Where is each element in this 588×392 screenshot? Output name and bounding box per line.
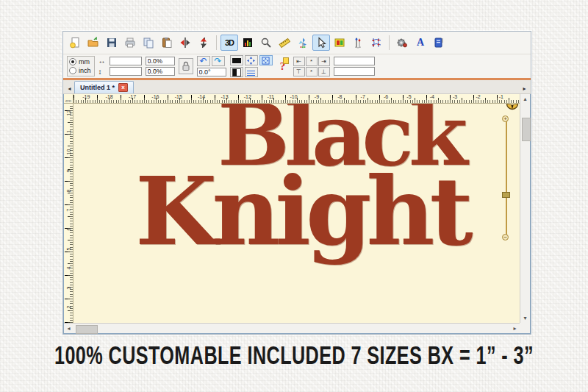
ruler-top-number: -10 — [290, 94, 298, 99]
position-inputs — [334, 57, 375, 76]
color-histogram-icon — [242, 37, 254, 49]
flip-vertical-button[interactable] — [195, 35, 212, 51]
scroll-right-arrow-icon[interactable]: ▸ — [510, 324, 520, 333]
width-percent-input[interactable] — [146, 57, 175, 65]
align-top-button[interactable]: ⊤ — [293, 67, 305, 76]
horizontal-scrollbar[interactable]: ◂ ▸ — [64, 323, 520, 333]
main-toolbar: 3D — [63, 32, 531, 54]
scroll-left-arrow-icon[interactable]: ◂ — [64, 324, 74, 333]
align-center-v-button[interactable]: * — [306, 67, 318, 76]
position-x-input[interactable] — [334, 57, 375, 65]
help-button[interactable]: ? — [276, 57, 290, 75]
tab-close-button[interactable]: x — [118, 83, 128, 92]
list-icon — [247, 69, 255, 76]
fit-selection-button[interactable] — [259, 55, 273, 65]
unit-inch-radio[interactable]: inch — [69, 66, 91, 75]
unit-mm-radio[interactable]: mm — [69, 57, 91, 66]
ruler-top-number: -8 — [337, 94, 342, 99]
vertical-scroll-thumb[interactable] — [522, 118, 531, 141]
flip-horizontal-icon — [179, 37, 191, 49]
align-right-button[interactable]: ⇥ — [318, 57, 330, 66]
radio-selected-icon — [69, 58, 76, 65]
ruler-top-number: -4 — [430, 94, 434, 99]
zoom-slider[interactable]: + − — [501, 115, 511, 240]
mesh-transform-button[interactable] — [368, 35, 385, 51]
vertical-scrollbar[interactable]: ▴ ▾ — [520, 94, 530, 323]
scroll-up-arrow-icon[interactable]: ▴ — [520, 94, 530, 104]
document-tab-bar: ◂ Untitled 1 * x ▸ — [63, 80, 531, 94]
height-input[interactable] — [110, 67, 142, 76]
chevron-left-icon: ◂ — [68, 85, 71, 92]
save-button[interactable] — [103, 35, 121, 51]
open-button[interactable] — [85, 35, 102, 51]
horizontal-scroll-thumb[interactable] — [76, 325, 98, 334]
solid-bar-button[interactable] — [230, 55, 243, 65]
tab-scroll-left-button[interactable]: ◂ — [65, 83, 74, 93]
ruler-top-number: -16 — [151, 94, 159, 99]
ruler-top-number: -17 — [129, 94, 136, 99]
chevron-right-icon: ▸ — [523, 85, 526, 92]
image-palette-button[interactable] — [331, 35, 348, 51]
rotate-ccw-button[interactable]: ↶ — [197, 56, 210, 66]
ruler-top-number: -7 — [361, 94, 365, 99]
align-left-button[interactable]: ⇤ — [293, 57, 305, 66]
align-bottom-button[interactable]: ⊥ — [318, 67, 330, 76]
scroll-down-arrow-icon[interactable]: ▾ — [520, 313, 530, 323]
stitch-simulator-button[interactable] — [294, 35, 312, 51]
lock-aspect-button[interactable] — [179, 58, 193, 74]
alignment-panel: ⇤ * ⇥ ⊤ * ⊥ — [293, 57, 330, 76]
zoom-slider-handle[interactable] — [502, 192, 510, 198]
copy-button[interactable] — [140, 35, 157, 51]
flip-horizontal-button[interactable] — [176, 35, 194, 51]
stitch-order-button[interactable] — [349, 35, 367, 51]
ruler-top-number: -19 — [82, 94, 90, 99]
width-input[interactable] — [110, 57, 142, 65]
lock-icon — [182, 61, 190, 71]
tab-scroll-right-button[interactable]: ▸ — [520, 83, 529, 93]
paste-clipboard-icon — [161, 37, 173, 49]
printer-icon — [124, 37, 136, 49]
ruler-top: -19-18-17-16-15-14-13-12-11-10-9-8-7-6-5… — [74, 94, 520, 104]
magnifier-icon — [260, 37, 272, 49]
solid-bar-icon — [232, 58, 241, 63]
fit-window-button[interactable] — [245, 55, 258, 65]
new-button[interactable] — [66, 35, 84, 51]
print-button[interactable] — [121, 35, 139, 51]
3d-view-button[interactable]: 3D — [220, 35, 238, 51]
ruler-left-number: 2 — [66, 302, 71, 311]
design-canvas[interactable]: Black Knight N + − — [74, 104, 520, 323]
ruler-top-number: -14 — [198, 94, 205, 99]
ruler-unit-corner: cm — [64, 94, 74, 104]
ruler-top-number: -15 — [175, 94, 182, 99]
ruler-top-number: -18 — [106, 94, 113, 99]
color-histogram-button[interactable] — [239, 35, 257, 51]
paste-button[interactable] — [158, 35, 176, 51]
zoom-in-icon[interactable]: + — [502, 115, 509, 122]
tab-untitled-1[interactable]: Untitled 1 * x — [74, 81, 134, 93]
zoom-out-icon[interactable]: − — [502, 234, 509, 240]
rotate-cw-button[interactable]: ↷ — [212, 56, 225, 66]
settings-button[interactable] — [393, 35, 411, 51]
cursor-icon — [315, 37, 327, 49]
unit-mm-label: mm — [79, 58, 90, 65]
help-page-icon — [283, 57, 289, 64]
measure-tool-button[interactable] — [276, 35, 293, 51]
ruler-left-number: 6 — [66, 225, 71, 234]
units-panel: mm inch — [67, 56, 95, 76]
contrast-button[interactable] — [230, 67, 243, 77]
tab-title: Untitled 1 * — [80, 84, 115, 91]
align-center-h-button[interactable]: * — [306, 57, 318, 66]
angle-input[interactable] — [197, 68, 226, 76]
stitch-list-button[interactable] — [245, 67, 258, 77]
flip-vertical-icon — [198, 37, 209, 49]
export-document-button[interactable] — [430, 35, 448, 51]
ruler-unit-label: cm — [65, 99, 71, 103]
ruler-top-number: -5 — [406, 94, 411, 99]
position-y-input[interactable] — [334, 67, 375, 76]
mesh-icon — [370, 37, 382, 49]
height-percent-input[interactable] — [146, 67, 175, 76]
zoom-tool-button[interactable] — [257, 35, 275, 51]
select-tool-button[interactable] — [312, 35, 330, 51]
lettering-button[interactable]: A — [412, 35, 429, 51]
needle-icon — [352, 37, 364, 49]
